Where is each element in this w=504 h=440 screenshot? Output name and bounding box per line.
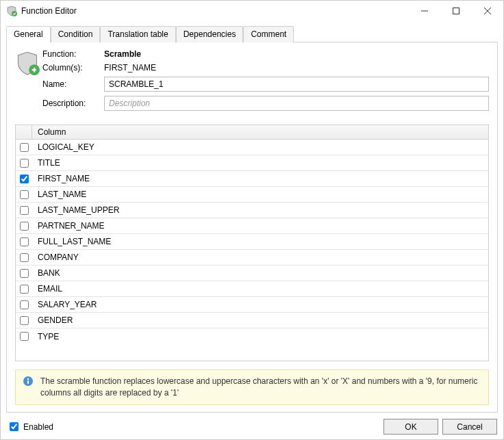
row-checkbox[interactable] [20, 206, 29, 215]
table-row[interactable]: TYPE [16, 328, 488, 344]
table-row[interactable]: LAST_NAME [16, 187, 488, 203]
row-column-value: TITLE [32, 158, 488, 168]
close-button[interactable] [472, 1, 503, 21]
columns-label: Column(s): [42, 63, 104, 73]
row-checkbox[interactable] [20, 300, 29, 309]
row-checkbox[interactable] [20, 159, 29, 168]
row-column-value: BANK [32, 268, 488, 278]
table-row[interactable]: GENDER [16, 313, 488, 328]
table-row[interactable]: EMAIL [16, 281, 488, 297]
table-row[interactable]: FULL_LAST_NAME [16, 234, 488, 250]
svg-point-7 [27, 378, 29, 380]
row-checkbox[interactable] [20, 143, 29, 152]
row-checkbox[interactable] [20, 222, 29, 231]
row-checkbox[interactable] [20, 253, 29, 262]
tab-condition[interactable]: Condition [51, 26, 101, 42]
row-column-value: GENDER [32, 315, 488, 325]
info-note: The scramble function replaces lowercase… [15, 370, 489, 405]
enabled-checkbox-wrap[interactable]: Enabled [7, 420, 53, 433]
table-row[interactable]: LAST_NAME_UPPER [16, 203, 488, 218]
tab-strip: General Condition Translation table Depe… [6, 25, 498, 42]
ok-button[interactable]: OK [383, 419, 438, 435]
app-icon [6, 5, 17, 16]
row-column-value: EMAIL [32, 284, 488, 294]
tab-label: Dependencies [184, 29, 236, 39]
description-input[interactable] [104, 96, 489, 111]
svg-rect-2 [453, 8, 459, 14]
row-column-value: PARTNER_NAME [32, 221, 488, 231]
svg-point-0 [12, 11, 17, 16]
tab-general[interactable]: General [6, 26, 51, 42]
function-value: Scramble [104, 49, 489, 59]
table-row[interactable]: SALARY_YEAR [16, 297, 488, 313]
table-row[interactable]: COMPANY [16, 250, 488, 266]
row-checkbox[interactable] [20, 316, 29, 325]
maximize-button[interactable] [440, 1, 472, 21]
grid-header-column: Column [32, 125, 488, 139]
info-text: The scramble function replaces lowercase… [40, 376, 481, 399]
columns-grid: Column LOGICAL_KEYTITLEFIRST_NAMELAST_NA… [15, 125, 489, 361]
info-icon [23, 376, 34, 387]
grid-header-check [16, 125, 32, 139]
tab-label: Condition [58, 29, 93, 39]
name-label: Name: [42, 79, 104, 89]
function-icon [15, 49, 42, 115]
tab-label: Comment [251, 29, 286, 39]
svg-rect-8 [27, 380, 29, 384]
row-checkbox[interactable] [20, 190, 29, 199]
table-row[interactable]: LOGICAL_KEY [16, 140, 488, 155]
row-column-value: TYPE [32, 332, 488, 341]
enabled-checkbox[interactable] [10, 422, 18, 431]
bottom-bar: Enabled OK Cancel [7, 419, 497, 435]
minimize-button[interactable] [409, 1, 440, 21]
row-checkbox[interactable] [20, 332, 29, 341]
row-column-value: FULL_LAST_NAME [32, 237, 488, 246]
row-column-value: LAST_NAME [32, 190, 488, 199]
row-column-value: SALARY_YEAR [32, 300, 488, 309]
tab-translation-table[interactable]: Translation table [100, 26, 175, 42]
table-row[interactable]: PARTNER_NAME [16, 218, 488, 234]
tab-label: General [14, 29, 43, 39]
row-checkbox[interactable] [20, 285, 29, 294]
row-column-value: FIRST_NAME [32, 174, 488, 183]
tab-comment[interactable]: Comment [243, 26, 294, 42]
row-checkbox[interactable] [20, 269, 29, 278]
row-column-value: LAST_NAME_UPPER [32, 205, 488, 215]
row-column-value: COMPANY [32, 253, 488, 262]
row-checkbox[interactable] [20, 237, 29, 246]
table-row[interactable]: FIRST_NAME [16, 171, 488, 187]
window-title: Function Editor [21, 6, 409, 16]
enabled-label: Enabled [23, 422, 53, 432]
grid-header: Column [16, 125, 488, 140]
cancel-button[interactable]: Cancel [442, 419, 497, 435]
table-row[interactable]: BANK [16, 266, 488, 281]
table-row[interactable]: TITLE [16, 155, 488, 171]
row-checkbox[interactable] [20, 174, 29, 183]
general-panel: Function: Scramble Column(s): FIRST_NAME… [6, 42, 498, 413]
tab-label: Translation table [108, 29, 168, 39]
description-label: Description: [42, 99, 104, 108]
row-column-value: LOGICAL_KEY [32, 142, 488, 152]
name-input[interactable] [104, 77, 489, 92]
titlebar: Function Editor [1, 1, 503, 21]
tab-dependencies[interactable]: Dependencies [176, 26, 244, 42]
function-label: Function: [42, 49, 104, 59]
columns-value: FIRST_NAME [104, 63, 489, 73]
